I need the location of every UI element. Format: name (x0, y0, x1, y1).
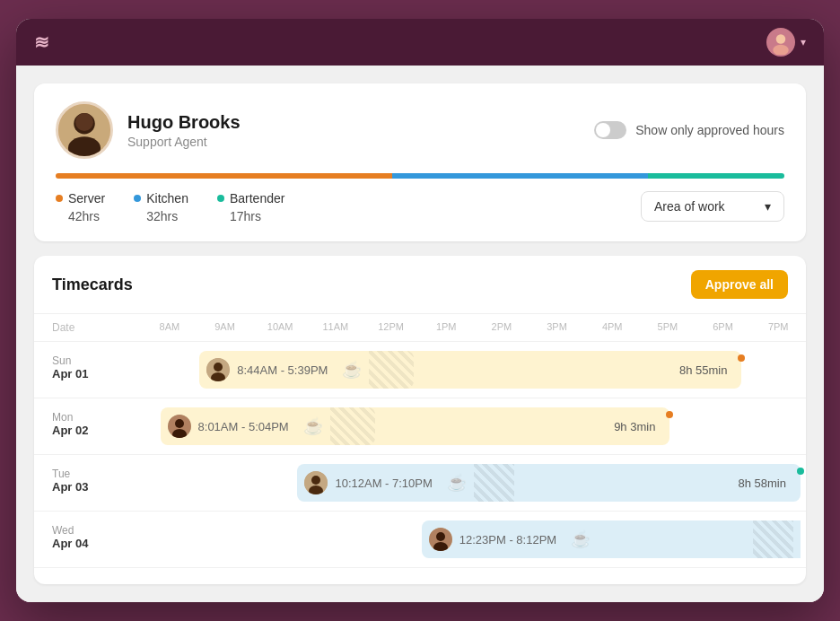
chevron-down-icon[interactable]: ▾ (801, 36, 806, 48)
server-dot (56, 195, 63, 202)
time-10am: 10AM (252, 314, 308, 341)
avatar-apr04 (429, 528, 452, 551)
stats-left: Server 42hrs Kitchen 32hrs (56, 191, 284, 223)
table-row: Sun Apr 01 8:44AM - 5:39PM ☕ 8h 55min (34, 342, 806, 398)
status-dot-apr02 (666, 411, 673, 418)
timecard-bar-apr01[interactable]: 8:44AM - 5:39PM ☕ 8h 55min (199, 351, 741, 389)
svg-point-17 (436, 532, 445, 541)
profile-info: Hugo Brooks Support Agent (56, 101, 241, 159)
time-2pm: 2PM (474, 314, 529, 341)
timecards-header: Timecards Approve all (34, 256, 806, 314)
bartender-dot (217, 195, 224, 202)
stat-server: Server 42hrs (56, 191, 105, 223)
time-header-row: Date 8AM 9AM 10AM 11AM 12PM 1PM 2PM 3PM … (34, 314, 806, 342)
kitchen-progress-segment (392, 173, 649, 179)
profile-name: Hugo Brooks (127, 112, 241, 133)
duration-apr02: 9h 3min (614, 420, 662, 433)
time-3pm: 3PM (529, 314, 585, 341)
svg-point-14 (311, 476, 320, 485)
break-icon-apr03: ☕ (447, 473, 467, 493)
break-icon-apr02: ☕ (303, 416, 323, 436)
stat-kitchen: Kitchen 32hrs (134, 191, 188, 223)
area-of-work-select[interactable]: Area of work ▾ (641, 191, 784, 222)
timecard-bar-apr03[interactable]: 10:12AM - 7:10PM ☕ 8h 58min (297, 464, 801, 502)
profile-role: Support Agent (127, 135, 241, 149)
approved-hours-toggle[interactable] (594, 121, 626, 139)
avatar (56, 101, 113, 159)
time-4pm: 4PM (584, 314, 640, 341)
server-hours: 42hrs (56, 209, 105, 223)
timecard-bar-apr04[interactable]: 12:23PM - 8:12PM ☕ (422, 520, 801, 558)
date-col-header: Date (34, 314, 142, 341)
avatar-apr03 (304, 471, 328, 494)
bartender-progress-segment (648, 173, 784, 179)
user-avatar-top[interactable] (766, 28, 795, 57)
bartender-label-text: Bartender (230, 191, 284, 206)
date-cell-apr02: Mon Apr 02 (34, 398, 142, 454)
time-7pm: 7PM (750, 314, 806, 341)
break-zone-apr03 (474, 464, 514, 502)
server-progress-segment (56, 173, 392, 179)
top-bar-right: ▾ (766, 28, 806, 57)
svg-point-11 (175, 419, 184, 428)
timeline-apr03: 10:12AM - 7:10PM ☕ 8h 58min (142, 455, 806, 511)
stat-server-label: Server (56, 191, 105, 206)
time-1pm: 1PM (418, 314, 474, 341)
avatar-apr02 (168, 415, 191, 438)
date-cell-apr01: Sun Apr 01 (34, 342, 142, 398)
break-zone-apr01 (369, 351, 414, 389)
stat-kitchen-label: Kitchen (134, 191, 188, 206)
time-12pm: 12PM (363, 314, 419, 341)
timeline-apr01: 8:44AM - 5:39PM ☕ 8h 55min (142, 342, 806, 398)
break-zone-apr02 (330, 407, 375, 445)
timecard-bar-apr02[interactable]: 8:01AM - 5:04PM ☕ 9h 3min (161, 407, 670, 445)
kitchen-label-text: Kitchen (146, 191, 188, 206)
top-bar: ≋ ▾ (16, 19, 824, 66)
kitchen-hours: 32hrs (134, 209, 188, 223)
time-6pm: 6PM (696, 314, 751, 341)
svg-point-6 (75, 113, 93, 131)
table-row: Mon Apr 02 8:01AM - 5:04PM ☕ 9h 3min (34, 398, 806, 455)
main-content: Hugo Brooks Support Agent Show only appr… (16, 66, 824, 602)
svg-point-8 (214, 363, 223, 372)
time-5pm: 5PM (640, 314, 696, 341)
date-cell-apr03: Tue Apr 03 (34, 455, 142, 511)
chevron-down-icon: ▾ (765, 199, 771, 214)
svg-point-1 (776, 34, 786, 44)
status-dot-apr03 (797, 468, 804, 475)
stat-bartender-label: Bartender (217, 191, 284, 206)
date-column-label: Date (34, 314, 142, 341)
timecards-title: Timecards (52, 276, 133, 294)
timeline-apr04: 12:23PM - 8:12PM ☕ (142, 512, 806, 567)
hours-progress-bar (56, 173, 784, 179)
time-range-apr04: 12:23PM - 8:12PM (459, 533, 556, 547)
avatar-apr01 (206, 358, 230, 381)
toggle-label: Show only approved hours (635, 123, 784, 137)
approve-all-button[interactable]: Approve all (691, 270, 788, 299)
break-icon-apr04: ☕ (571, 529, 591, 549)
area-of-work-label: Area of work (654, 199, 725, 214)
profile-text: Hugo Brooks Support Agent (127, 112, 241, 149)
duration-apr03: 8h 58min (739, 477, 793, 490)
table-row: Tue Apr 03 10:12AM - 7:10PM ☕ 8h 58min (34, 455, 806, 512)
time-11am: 11AM (308, 314, 363, 341)
stats-row: Server 42hrs Kitchen 32hrs (56, 191, 784, 223)
bartender-hours: 17hrs (217, 209, 284, 223)
time-8am: 8AM (142, 314, 197, 341)
profile-header: Hugo Brooks Support Agent Show only appr… (56, 101, 784, 159)
stat-bartender: Bartender 17hrs (217, 191, 284, 223)
profile-card: Hugo Brooks Support Agent Show only appr… (34, 83, 806, 241)
time-range-apr02: 8:01AM - 5:04PM (198, 420, 289, 433)
time-9am: 9AM (197, 314, 253, 341)
status-dot-apr01 (738, 354, 745, 362)
timeline-apr02: 8:01AM - 5:04PM ☕ 9h 3min (142, 398, 806, 454)
break-icon-apr01: ☕ (342, 360, 362, 380)
app-window: ≋ ▾ (16, 19, 824, 602)
table-row: Wed Apr 04 12:23PM - 8:12PM ☕ (34, 512, 806, 568)
time-range-apr03: 10:12AM - 7:10PM (335, 477, 432, 490)
break-zone-apr04 (753, 520, 793, 558)
toggle-section: Show only approved hours (594, 121, 784, 139)
kitchen-dot (134, 195, 141, 202)
timecards-card: Timecards Approve all Date 8AM 9AM 10AM … (34, 256, 806, 584)
date-cell-apr04: Wed Apr 04 (34, 512, 142, 567)
